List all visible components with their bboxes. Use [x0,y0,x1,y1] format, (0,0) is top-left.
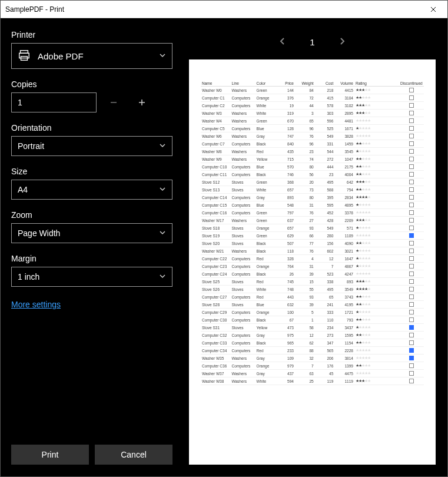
copies-decrement[interactable] [102,92,125,112]
dialog-footer: Print Cancel [11,433,172,465]
prev-page-button[interactable] [279,36,286,48]
printer-select[interactable]: Adobe PDF [11,43,172,69]
table-row: Stove S25StovesRed74515338893★★★★★ [201,278,424,286]
table-row: Computer C24ComputersBlack26395234247★★★… [201,270,424,278]
table-row: Computer C7ComputersBlack840963311459★★★… [201,140,424,148]
table-row: Computer C2ComputersWhite19445783102★★★★… [201,102,424,110]
table-row: Washer W0WashersGreen144842184415★★★★★ [201,87,424,94]
copies-increment[interactable] [131,92,153,112]
table-row: Stove S28StovesBlue632392414195★★★★★ [201,301,424,309]
page-number: 1 [310,37,314,47]
table-row: Computer C32ComputersGray975122731595★★★… [201,332,424,339]
table-row: Computer C5ComputersBlue128965251671★★★★… [201,125,424,132]
table-row: Computer C34ComputersRed233885652228★★★★… [201,347,424,355]
column-header: Weight [295,81,315,87]
orientation-select[interactable]: Portrait [11,136,172,156]
margin-value: 1 inch [18,272,39,281]
chevron-down-icon [159,142,166,151]
table-row: Computer C11ComputersBlack74656234004★★★… [201,171,424,178]
table-row: Computer C10ComputersBlue570804442175★★★… [201,163,424,171]
more-settings-link[interactable]: More settings [11,300,172,309]
size-row: Size A4 [11,167,172,200]
zoom-label: Zoom [11,210,172,220]
settings-panel: Printer Adobe PDF Copies 1 [1,18,183,476]
printer-icon [18,49,31,64]
table-row: Stove S26StovesWhite748554953549★★★★★ [201,286,424,293]
margin-row: Margin 1 inch [11,254,172,287]
plus-icon [138,98,146,107]
column-header: Volume [334,81,354,87]
table-row: Computer C16ComputersGreen797764523378★★… [201,209,424,217]
orientation-row: Orientation Portrait [11,123,172,156]
table-row: Washer W17WashersGreen637274282209★★★★★ [201,217,424,224]
size-label: Size [11,167,172,176]
chevron-down-icon [159,273,166,281]
table-row: Stove S12StovesGreen36820495642★★★★★ [201,178,424,186]
copies-row-container: Copies 1 [11,80,172,112]
titlebar: SamplePDF - Print [1,1,447,18]
table-row: Washer W8WashersRed435235443545★★★★★ [201,148,424,155]
table-row: Washer W37WashersGray43763454475★★★★★ [201,370,424,377]
table-row: Computer C23ComputersOrange7643174867★★★… [201,263,424,270]
table-row: Washer W21WashersBlack118766023021★★★★★ [201,247,424,255]
printer-row: Printer Adobe PDF [11,30,172,69]
cancel-button[interactable]: Cancel [95,445,172,465]
table-row: Stove S13StovesWhite65773588754★★★★★ [201,186,424,194]
table-row: Computer C1ComputersOrange376724153104★★… [201,94,424,102]
orientation-value: Portrait [18,141,44,151]
chevron-down-icon [159,186,166,194]
zoom-row: Zoom Page Width [11,210,172,243]
table-row: Stove S18StovesOrange65793549571★★★★★ [201,224,424,232]
table-row: Stove S31StovesYellow473582343437★★★★★ [201,324,424,332]
column-header: Cost [315,81,335,87]
close-icon [430,6,436,12]
table-row: Computer C27ComputersRed44393653743★★★★★ [201,293,424,301]
table-row: Washer W3WashersWhite31933032895★★★★★ [201,110,424,117]
column-header: Rating [354,81,399,87]
margin-label: Margin [11,254,172,263]
copies-label: Copies [11,80,172,89]
window-title: SamplePDF - Print [5,5,64,14]
column-header: Name [201,81,231,87]
preview-nav: 1 [189,30,436,54]
close-button[interactable] [420,1,446,18]
table-row: Washer W6WashersGray747765493828★★★★★ [201,132,424,140]
table-row: Washer W4WashersGreen670655964481★★★★★ [201,117,424,125]
table-row: Computer C30ComputersBlack671110793★★★★★ [201,316,424,324]
minus-icon [109,98,118,107]
preview-area: 1 NameLineColorPriceWeightCostVolumeRati… [183,18,447,476]
chevron-left-icon [279,37,286,45]
table-row: Computer C29ComputersOrange10053331721★★… [201,309,424,316]
table-row: Computer C22ComputersRed3284121647★★★★★ [201,255,424,263]
printer-value: Adobe PDF [38,51,84,61]
chevron-down-icon [159,52,166,61]
page-preview: NameLineColorPriceWeightCostVolumeRating… [189,59,436,465]
margin-select[interactable]: 1 inch [11,267,172,287]
orientation-label: Orientation [11,123,172,132]
dialog-body: Printer Adobe PDF Copies 1 [1,18,447,476]
table-row: Computer C15ComputersBlue548315954895★★★… [201,201,424,209]
preview-table: NameLineColorPriceWeightCostVolumeRating… [201,81,424,385]
table-row: Stove S20StovesBlack507771564090★★★★★ [201,240,424,247]
next-page-button[interactable] [339,36,346,48]
zoom-select[interactable]: Page Width [11,223,172,243]
table-row: Computer C33ComputersBlack965623471154★★… [201,339,424,347]
column-header: Line [231,81,255,87]
copies-input[interactable]: 1 [11,92,97,112]
chevron-down-icon [159,229,166,238]
print-button[interactable]: Print [11,445,89,465]
table-row: Washer W35WashersGray109322063814★★★★★ [201,355,424,362]
table-row: Washer W9WashersYellow715742721047★★★★★ [201,155,424,163]
print-dialog: SamplePDF - Print Printer Adobe PDF [0,0,448,477]
size-value: A4 [18,185,28,194]
table-row: Stove S19StovesGreen629662801109★★★★★ [201,232,424,240]
column-header: Discontinued [399,81,424,87]
chevron-right-icon [339,37,346,45]
size-select[interactable]: A4 [11,180,172,200]
column-header: Price [275,81,295,87]
table-row: Computer C14ComputersGray893803952834★★★… [201,194,424,201]
table-row: Washer W38WashersWhite594251191119★★★★★ [201,377,424,385]
printer-label: Printer [11,30,172,39]
zoom-value: Page Width [18,228,60,238]
column-header: Color [255,81,276,87]
